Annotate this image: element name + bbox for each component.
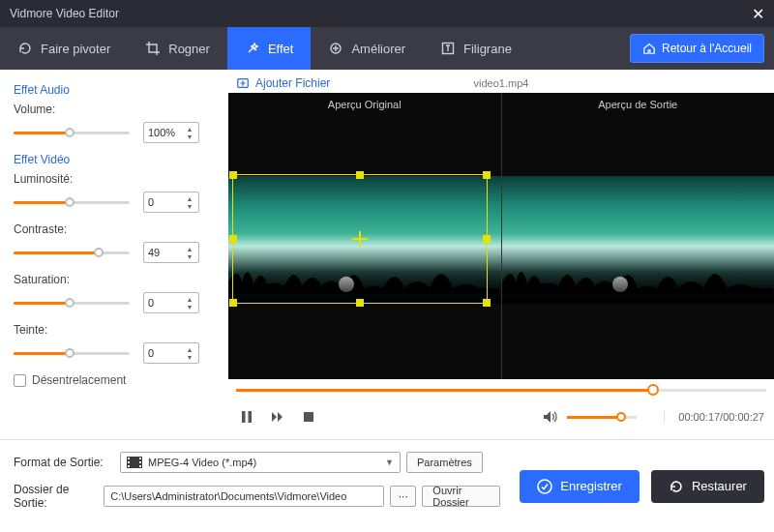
chevron-down-icon: ▼ [385,458,394,467]
volume-value: 100% [148,127,175,138]
crop-frame[interactable] [232,174,488,304]
watermark-icon [440,41,456,56]
undo-icon [669,479,684,494]
tab-crop[interactable]: Rogner [128,27,227,70]
svg-rect-7 [304,412,313,422]
svg-rect-13 [139,461,141,463]
speaker-icon[interactable] [542,408,559,426]
home-button[interactable]: Retour à l'Accueil [630,34,764,63]
output-bar: Format de Sortie: MPEG-4 Video (*.mp4) ▼… [0,439,774,532]
save-label: Enregistrer [560,479,622,493]
svg-rect-11 [128,465,130,467]
contrast-slider[interactable] [14,246,130,259]
preview-original-label: Aperçu Original [228,99,501,110]
tab-rotate[interactable]: Faire pivoter [0,27,128,70]
brightness-label: Luminosité: [14,172,215,186]
tab-enhance[interactable]: Améliorer [311,27,423,70]
hue-value: 0 [148,347,154,359]
crosshair-icon [352,231,368,247]
saturation-label: Saturation: [14,273,215,286]
browse-folder-button[interactable]: ··· [390,486,416,507]
app-title: Vidmore Video Editor [10,7,119,20]
volume-playback-slider[interactable] [567,411,637,423]
deinterlace-label: Désentrelacement [32,373,126,387]
settings-button[interactable]: Paramètres [406,452,483,473]
preview-split: Aperçu Original Aperçu de Sortie [228,93,774,379]
output-folder-label: Dossier de Sortie: [14,483,98,510]
add-file-button[interactable]: Ajouter Fichier [236,76,330,90]
title-bar: Vidmore Video Editor ✕ [0,0,774,27]
close-icon[interactable]: ✕ [752,5,764,23]
add-file-icon [236,76,250,90]
home-button-label: Retour à l'Accueil [662,42,752,55]
pause-button[interactable] [238,408,255,426]
check-circle-icon [537,479,552,494]
svg-rect-14 [139,465,141,467]
playback-timeline[interactable] [228,379,774,400]
saturation-value: 0 [148,297,154,309]
current-filename: video1.mp4 [474,77,529,89]
saturation-spinner[interactable]: 0 ▲▼ [143,292,199,313]
playback-controls: 00:00:17/00:00:27 [228,400,774,433]
svg-rect-10 [128,461,130,463]
output-folder-value: C:\Users\Administrator\Documents\Vidmore… [110,490,346,502]
preview-pane: Ajouter Fichier video1.mp4 Aperçu Origin… [228,70,774,439]
saturation-slider[interactable] [14,296,130,310]
preview-original: Aperçu Original [228,93,502,379]
output-format-combo[interactable]: MPEG-4 Video (*.mp4) ▼ [120,452,401,473]
stop-button[interactable] [300,408,317,426]
brightness-slider[interactable] [14,195,130,209]
preview-output-label: Aperçu de Sortie [502,99,775,110]
svg-rect-12 [139,458,141,459]
deinterlace-checkbox[interactable] [14,374,26,387]
tab-watermark[interactable]: Filigrane [423,27,529,70]
contrast-label: Contraste: [14,222,215,236]
save-button[interactable]: Enregistrer [520,470,640,503]
volume-label: Volume: [14,103,215,116]
mp4-icon [127,457,142,468]
brightness-spinner[interactable]: 0 ▲▼ [143,192,199,213]
hue-label: Teinte: [14,323,215,337]
restore-label: Restaurer [692,479,747,493]
svg-rect-5 [242,411,246,423]
effect-icon [245,41,260,56]
brightness-value: 0 [148,196,154,208]
main-area: Effet Audio Volume: 100% ▲▼ Effet Vidéo … [0,70,774,439]
video-effect-header: Effet Vidéo [14,153,215,166]
svg-point-4 [612,277,628,292]
svg-rect-9 [128,458,130,459]
preview-output: Aperçu de Sortie [502,93,775,379]
output-folder-field[interactable]: C:\Users\Administrator\Documents\Vidmore… [104,486,384,507]
enhance-icon [328,41,343,56]
tab-bar: Faire pivoter Rogner Effet Améliorer Fil… [0,27,774,70]
audio-effect-header: Effet Audio [14,83,215,97]
tab-label: Faire pivoter [41,42,110,56]
output-format-value: MPEG-4 Video (*.mp4) [148,457,256,468]
restore-button[interactable]: Restaurer [651,470,764,503]
deinterlace-row: Désentrelacement [14,373,215,387]
volume-slider[interactable] [14,126,130,139]
hue-spinner[interactable]: 0 ▲▼ [143,342,199,364]
volume-spinner[interactable]: 100% ▲▼ [143,122,199,143]
svg-rect-6 [249,411,253,423]
contrast-spinner[interactable]: 49 ▲▼ [143,242,199,263]
output-frame [502,176,775,304]
effects-sidebar: Effet Audio Volume: 100% ▲▼ Effet Vidéo … [0,70,228,439]
output-format-label: Format de Sortie: [14,456,114,469]
tab-label: Rogner [168,42,210,56]
tab-effect[interactable]: Effet [227,27,312,70]
rotate-icon [17,41,33,56]
crop-icon [145,41,161,56]
add-file-label: Ajouter Fichier [255,76,330,90]
tab-label: Effet [268,42,294,56]
tab-label: Améliorer [351,42,405,56]
home-icon [642,42,656,55]
contrast-value: 49 [148,247,160,258]
file-bar: Ajouter Fichier video1.mp4 [228,70,774,93]
timecode: 00:00:17/00:00:27 [664,411,764,423]
fast-forward-button[interactable] [269,408,286,426]
open-folder-button[interactable]: Ouvrir Dossier [422,486,500,507]
hue-slider[interactable] [14,346,130,360]
tab-label: Filigrane [463,42,512,56]
